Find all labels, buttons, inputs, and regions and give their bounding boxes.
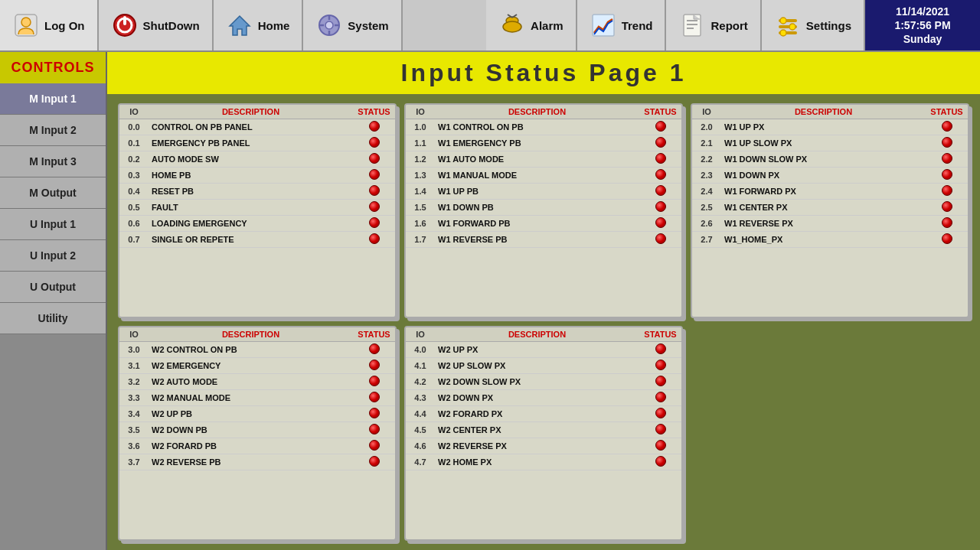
status-indicator [369,343,380,354]
cell-io: 2.0 [692,119,721,135]
cell-desc: W2 CENTER PX [435,422,639,438]
table-row: 3.2 W2 AUTO MODE [119,374,395,390]
cell-status [353,342,395,358]
system-button[interactable]: System [303,0,402,50]
alarm-label: Alarm [531,19,564,32]
table-row: 0.0 CONTROL ON PB PANEL [119,119,395,135]
trend-button[interactable]: Trend [577,0,667,50]
cell-status [639,454,681,470]
sidebar-item-m-input-1[interactable]: M Input 1 [0,83,106,115]
table-row: 4.1 W2 UP SLOW PX [406,358,681,374]
sidebar-item-m-input-2[interactable]: M Input 2 [0,115,106,146]
table-row: 1.4 W1 UP PB [406,184,681,200]
topbar-spacer [403,0,486,50]
status-indicator [369,392,380,402]
sidebar-item-utility[interactable]: Utility [0,303,106,334]
sidebar-item-u-input-1[interactable]: U Input 1 [0,209,106,240]
status-indicator [369,201,380,212]
status-indicator [655,169,666,180]
logon-button[interactable]: Log On [0,0,99,50]
p2-col-desc: DESCRIPTION [435,105,639,119]
cell-desc: SINGLE OR REPETE [149,232,353,248]
status-indicator [942,217,952,228]
p1-col-io: IO [119,105,149,119]
sidebar-item-u-output[interactable]: U Output [0,272,106,303]
cell-desc: W2 UP SLOW PX [435,358,639,374]
p1-col-status: STATUS [353,105,395,119]
alarm-button[interactable]: Alarm [486,0,577,50]
cell-desc: AUTO MODE SW [149,151,353,168]
sidebar-item-m-output[interactable]: M Output [0,177,106,209]
table-row: 2.3 W1 DOWN PX [692,168,968,184]
status-indicator [369,376,380,386]
p5-col-desc: DESCRIPTION [435,327,639,342]
cell-io: 1.0 [406,119,435,135]
panel-2: IO DESCRIPTION STATUS 1.0 W1 CONTROL ON … [404,103,683,318]
table-row: 2.2 W1 DOWN SLOW PX [692,151,968,168]
table-row: 0.4 RESET PB [119,184,395,200]
settings-button[interactable]: Settings [762,0,865,50]
status-indicator [369,233,380,244]
table-row: 2.1 W1 UP SLOW PX [692,135,968,151]
cell-io: 4.0 [406,342,435,358]
status-indicator [655,440,666,451]
cell-desc: W1 DOWN PB [435,200,639,216]
cell-status [353,454,395,470]
cell-io: 1.5 [406,200,435,216]
table-row: 3.5 W2 DOWN PB [119,422,395,438]
cell-desc: W2 HOME PX [435,454,639,470]
cell-desc: LOADING EMERGENCY [149,216,353,232]
cell-io: 2.5 [692,200,721,216]
svg-marker-5 [230,16,250,35]
status-indicator [655,343,666,354]
cell-status [353,390,395,406]
table-row: 3.1 W2 EMERGENCY [119,358,395,374]
status-indicator [655,392,666,402]
status-indicator [655,376,666,386]
p2-col-status: STATUS [639,105,681,119]
cell-desc: W1 UP PX [721,119,926,135]
table-row: 4.4 W2 FORARD PX [406,406,681,422]
cell-desc: W2 REVERSE PB [149,454,353,470]
controls-label: CONTROLS [0,52,106,83]
cell-desc: FAULT [149,200,353,216]
sidebar: CONTROLS M Input 1 M Input 2 M Input 3 M… [0,52,107,550]
sidebar-item-u-input-2[interactable]: U Input 2 [0,240,106,272]
p2-col-io: IO [406,105,435,119]
cell-status [926,200,968,216]
svg-point-24 [780,18,786,24]
cell-desc: W1 EMERGENCY PB [435,135,639,151]
cell-io: 3.7 [119,454,149,470]
status-indicator [369,153,380,164]
cell-io: 4.2 [406,374,435,390]
table-row: 2.4 W1 FORWARD PX [692,184,968,200]
cell-status [639,200,681,216]
cell-io: 4.5 [406,422,435,438]
p5-col-status: STATUS [639,327,681,342]
cell-status [353,438,395,454]
cell-status [639,438,681,454]
system-icon [315,11,343,39]
cell-status [639,168,681,184]
settings-icon [774,11,802,39]
cell-io: 1.6 [406,216,435,232]
sidebar-item-m-input-3[interactable]: M Input 3 [0,146,106,177]
cell-desc: RESET PB [149,184,353,200]
cell-desc: W1 AUTO MODE [435,151,639,168]
cell-status [639,358,681,374]
shutdown-button[interactable]: ShutDown [99,0,214,50]
home-button[interactable]: Home [214,0,304,50]
cell-status [639,151,681,168]
table-row: 1.5 W1 DOWN PB [406,200,681,216]
cell-desc: W2 DOWN PB [149,422,353,438]
status-indicator [655,121,666,132]
cell-io: 1.4 [406,184,435,200]
table-row: 3.0 W2 CONTROL ON PB [119,342,395,358]
report-button[interactable]: Report [666,0,761,50]
table-row: 0.3 HOME PB [119,168,395,184]
cell-status [926,168,968,184]
cell-io: 3.3 [119,390,149,406]
cell-io: 0.0 [119,119,149,135]
p3-col-status: STATUS [926,105,968,119]
cell-io: 0.2 [119,151,149,168]
